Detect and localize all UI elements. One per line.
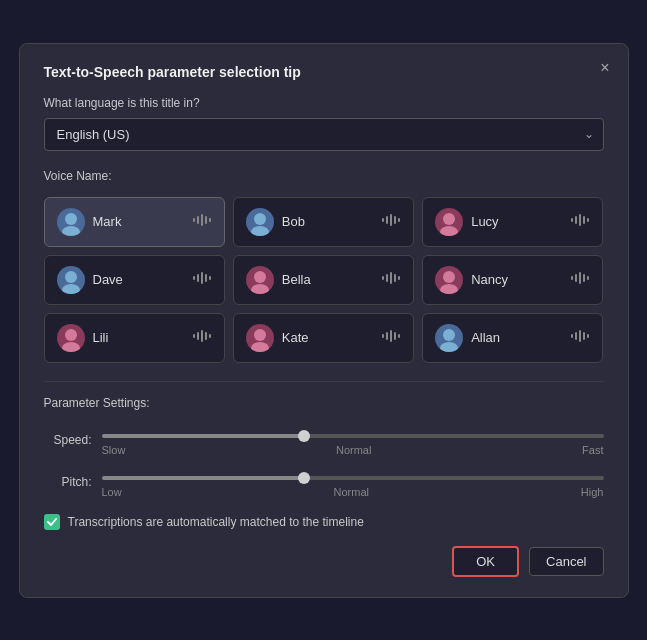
svg-rect-52 bbox=[386, 332, 388, 340]
svg-rect-37 bbox=[571, 276, 573, 280]
svg-rect-11 bbox=[390, 214, 392, 226]
svg-rect-2 bbox=[193, 218, 195, 222]
pitch-slider[interactable] bbox=[102, 476, 604, 480]
svg-rect-20 bbox=[587, 218, 589, 222]
pitch-mid-label: Normal bbox=[334, 486, 369, 498]
svg-rect-26 bbox=[205, 274, 207, 282]
avatar-nancy bbox=[435, 266, 463, 294]
svg-rect-38 bbox=[575, 274, 577, 282]
voice-card-bob[interactable]: Bob bbox=[233, 197, 414, 247]
svg-rect-9 bbox=[382, 218, 384, 222]
svg-point-29 bbox=[251, 284, 269, 294]
pitch-min-label: Low bbox=[102, 486, 122, 498]
voice-name-mark: Mark bbox=[93, 214, 122, 229]
language-select-wrapper: English (US) English (UK) Spanish French… bbox=[44, 118, 604, 151]
voice-card-nancy[interactable]: Nancy bbox=[422, 255, 603, 305]
speed-slider-container: Slow Normal Fast bbox=[102, 424, 604, 456]
divider bbox=[44, 381, 604, 382]
pitch-row: Pitch: Low Normal High bbox=[44, 466, 604, 498]
speed-range-wrapper bbox=[102, 424, 604, 442]
cancel-button[interactable]: Cancel bbox=[529, 547, 603, 576]
svg-rect-3 bbox=[197, 216, 199, 224]
voice-card-dave[interactable]: Dave bbox=[44, 255, 225, 305]
svg-rect-46 bbox=[201, 330, 203, 342]
dialog-title: Text-to-Speech parameter selection tip bbox=[44, 64, 604, 80]
wave-icon-kate bbox=[381, 329, 401, 346]
svg-point-8 bbox=[251, 226, 269, 236]
wave-icon-bella bbox=[381, 271, 401, 288]
voice-grid: Mark Bob bbox=[44, 197, 604, 363]
voice-card-lili[interactable]: Lili bbox=[44, 313, 225, 363]
wave-icon-allan bbox=[570, 329, 590, 346]
avatar-lucy bbox=[435, 208, 463, 236]
voice-section-label: Voice Name: bbox=[44, 169, 604, 183]
voice-name-bella: Bella bbox=[282, 272, 311, 287]
svg-rect-30 bbox=[382, 276, 384, 280]
svg-rect-10 bbox=[386, 216, 388, 224]
transcription-checkbox[interactable] bbox=[44, 514, 60, 530]
avatar-allan bbox=[435, 324, 463, 352]
svg-rect-59 bbox=[575, 332, 577, 340]
svg-rect-34 bbox=[398, 276, 400, 280]
svg-rect-58 bbox=[571, 334, 573, 338]
pitch-range-wrapper bbox=[102, 466, 604, 484]
ok-button[interactable]: OK bbox=[452, 546, 519, 577]
voice-grid-wrapper: Mark Bob bbox=[44, 197, 604, 363]
voice-name-lili: Lili bbox=[93, 330, 109, 345]
svg-point-28 bbox=[254, 271, 266, 283]
svg-point-7 bbox=[254, 213, 266, 225]
svg-rect-13 bbox=[398, 218, 400, 222]
svg-rect-47 bbox=[205, 332, 207, 340]
voice-card-mark[interactable]: Mark bbox=[44, 197, 225, 247]
svg-point-15 bbox=[440, 226, 458, 236]
svg-point-50 bbox=[251, 342, 269, 352]
svg-point-36 bbox=[440, 284, 458, 294]
speed-min-label: Slow bbox=[102, 444, 126, 456]
avatar-mark bbox=[57, 208, 85, 236]
checkbox-row: Transcriptions are automatically matched… bbox=[44, 514, 604, 530]
svg-rect-55 bbox=[398, 334, 400, 338]
svg-rect-4 bbox=[201, 214, 203, 226]
voice-card-bella[interactable]: Bella bbox=[233, 255, 414, 305]
voice-name-kate: Kate bbox=[282, 330, 309, 345]
voice-card-allan[interactable]: Allan bbox=[422, 313, 603, 363]
svg-point-56 bbox=[443, 329, 455, 341]
svg-rect-45 bbox=[197, 332, 199, 340]
svg-rect-40 bbox=[583, 274, 585, 282]
svg-point-21 bbox=[65, 271, 77, 283]
svg-rect-6 bbox=[209, 218, 211, 222]
pitch-max-label: High bbox=[581, 486, 604, 498]
voice-card-kate[interactable]: Kate bbox=[233, 313, 414, 363]
speed-max-label: Fast bbox=[582, 444, 603, 456]
language-select[interactable]: English (US) English (UK) Spanish French… bbox=[44, 118, 604, 151]
voice-name-bob: Bob bbox=[282, 214, 305, 229]
wave-icon-bob bbox=[381, 213, 401, 230]
wave-icon-dave bbox=[192, 271, 212, 288]
svg-rect-23 bbox=[193, 276, 195, 280]
svg-rect-53 bbox=[390, 330, 392, 342]
speed-mid-label: Normal bbox=[336, 444, 371, 456]
svg-rect-62 bbox=[587, 334, 589, 338]
tts-dialog: Text-to-Speech parameter selection tip ×… bbox=[19, 43, 629, 598]
svg-rect-24 bbox=[197, 274, 199, 282]
svg-point-14 bbox=[443, 213, 455, 225]
avatar-bob bbox=[246, 208, 274, 236]
svg-rect-32 bbox=[390, 272, 392, 284]
voice-card-lucy[interactable]: Lucy bbox=[422, 197, 603, 247]
wave-icon-nancy bbox=[570, 271, 590, 288]
svg-rect-51 bbox=[382, 334, 384, 338]
avatar-bella bbox=[246, 266, 274, 294]
wave-icon-lili bbox=[192, 329, 212, 346]
voice-name-lucy: Lucy bbox=[471, 214, 498, 229]
speed-label: Speed: bbox=[44, 433, 92, 447]
svg-rect-33 bbox=[394, 274, 396, 282]
svg-point-35 bbox=[443, 271, 455, 283]
close-button[interactable]: × bbox=[600, 60, 609, 76]
svg-rect-60 bbox=[579, 330, 581, 342]
speed-row: Speed: Slow Normal Fast bbox=[44, 424, 604, 456]
speed-slider[interactable] bbox=[102, 434, 604, 438]
svg-rect-54 bbox=[394, 332, 396, 340]
svg-rect-44 bbox=[193, 334, 195, 338]
svg-rect-5 bbox=[205, 216, 207, 224]
svg-rect-16 bbox=[571, 218, 573, 222]
